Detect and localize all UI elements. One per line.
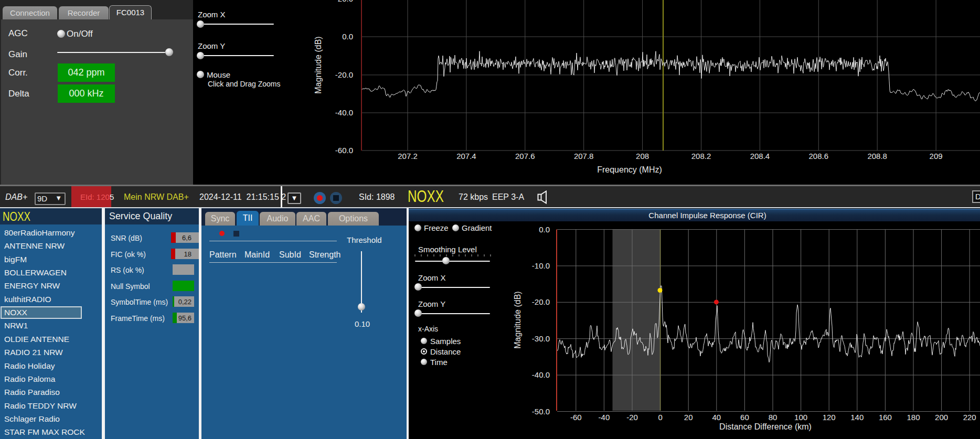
svg-text:20: 20 [684, 413, 693, 422]
svg-text:-40.0: -40.0 [532, 370, 550, 379]
svg-text:209: 209 [930, 152, 943, 160]
svg-text:20.0: 20.0 [338, 0, 353, 3]
svg-text:208.2: 208.2 [691, 152, 711, 160]
svg-text:0: 0 [658, 413, 662, 422]
svg-text:Frequency (MHz): Frequency (MHz) [597, 165, 662, 174]
svg-text:220: 220 [963, 413, 976, 422]
svg-text:-60.0: -60.0 [335, 146, 353, 155]
svg-text:0.0: 0.0 [342, 32, 353, 41]
svg-text:Magnitude (dB): Magnitude (dB) [314, 36, 323, 93]
svg-text:207.8: 207.8 [574, 152, 594, 160]
svg-text:-40.0: -40.0 [335, 108, 353, 117]
svg-text:0.0: 0.0 [539, 225, 550, 234]
svg-text:100: 100 [794, 413, 807, 422]
svg-text:-60: -60 [570, 413, 582, 422]
svg-text:160: 160 [879, 413, 892, 422]
svg-text:207.6: 207.6 [515, 152, 535, 160]
svg-text:-20: -20 [626, 413, 638, 422]
svg-text:208.6: 208.6 [809, 152, 829, 160]
svg-text:207.2: 207.2 [398, 152, 418, 160]
svg-text:40: 40 [712, 413, 721, 422]
svg-text:200: 200 [935, 413, 948, 422]
svg-text:208.8: 208.8 [867, 152, 887, 160]
svg-text:140: 140 [850, 413, 864, 422]
svg-text:207.4: 207.4 [456, 152, 476, 160]
svg-text:-30.0: -30.0 [532, 334, 550, 343]
svg-text:208: 208 [636, 152, 649, 160]
svg-text:80: 80 [769, 413, 777, 422]
svg-text:-40: -40 [599, 413, 610, 422]
svg-text:Magnitude (dB): Magnitude (dB) [513, 291, 522, 348]
svg-text:-20.0: -20.0 [532, 297, 550, 306]
svg-text:-20.0: -20.0 [335, 70, 353, 79]
svg-text:Distance Difference (km): Distance Difference (km) [719, 422, 812, 431]
svg-text:60: 60 [740, 413, 749, 422]
svg-text:208.4: 208.4 [750, 152, 770, 160]
svg-text:180: 180 [907, 413, 920, 422]
svg-text:120: 120 [823, 413, 836, 422]
svg-text:-10.0: -10.0 [532, 261, 550, 270]
svg-text:-50.0: -50.0 [532, 407, 550, 416]
